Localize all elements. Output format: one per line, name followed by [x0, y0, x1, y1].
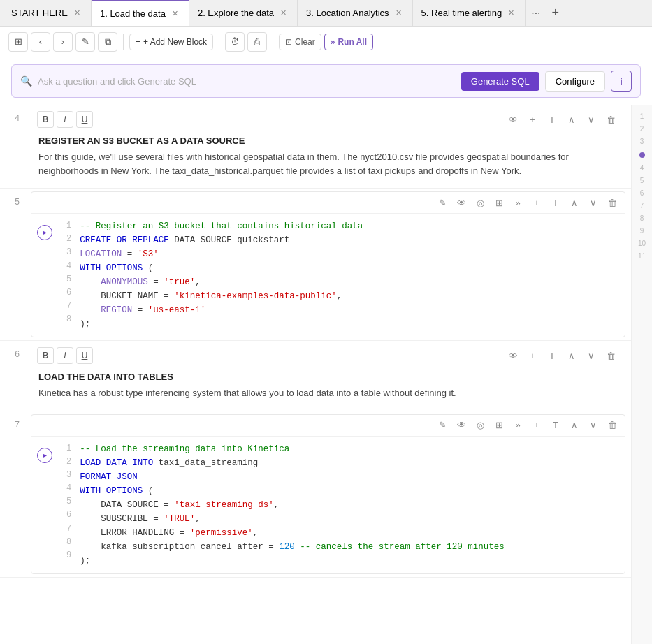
- tab-realtime-close[interactable]: ✕: [506, 8, 516, 18]
- cell7-down-icon[interactable]: ∨: [585, 417, 602, 434]
- cell5-delete-icon[interactable]: 🗑: [604, 194, 621, 211]
- cell5-eye-icon[interactable]: 👁: [453, 194, 470, 211]
- text-cell-6-toolbar: B I U 👁 + T ∧ ∨ 🗑: [31, 344, 625, 367]
- ruler-num-9: 9: [640, 228, 644, 235]
- cell6-up-icon[interactable]: ∧: [563, 347, 580, 364]
- cell5-expand-icon[interactable]: »: [509, 194, 526, 211]
- underline-button-6[interactable]: U: [76, 347, 93, 364]
- copy-button[interactable]: ⧉: [98, 32, 117, 52]
- move-up-icon[interactable]: ∧: [563, 111, 580, 128]
- tab-load-close[interactable]: ✕: [170, 8, 180, 19]
- plus-icon[interactable]: +: [524, 111, 541, 128]
- eye-icon[interactable]: 👁: [505, 111, 521, 128]
- clock-button[interactable]: ⏱: [225, 32, 245, 52]
- text-icon[interactable]: T: [544, 111, 560, 128]
- cell-7-content: ✎ 👁 ◎ ⊞ » + T ∧ ∨ 🗑 ▶: [25, 411, 631, 577]
- tab-location-label: 3. Location Analytics: [306, 8, 389, 18]
- italic-button[interactable]: I: [57, 111, 73, 128]
- clock-icon: ⏱: [231, 36, 240, 47]
- cell6-text-icon[interactable]: T: [544, 347, 560, 364]
- run-all-button[interactable]: » Run All: [324, 34, 373, 50]
- forward-icon: ›: [61, 36, 64, 47]
- cell5-down-icon[interactable]: ∨: [585, 194, 602, 211]
- tab-add-button[interactable]: +: [546, 6, 565, 20]
- cell7-pencil-icon[interactable]: ✎: [434, 417, 451, 434]
- print-button[interactable]: ⎙: [247, 32, 267, 52]
- main-content-wrapper: 4 B I U 👁 + T ∧ ∨: [0, 105, 652, 644]
- cell5-run-button[interactable]: ▶: [31, 219, 58, 331]
- cell-5-content: ✎ 👁 ◎ ⊞ » + T ∧ ∨ 🗑 ▶: [25, 189, 631, 340]
- add-icon: +: [136, 37, 140, 47]
- tab-realtime[interactable]: 5. Real time alerting ✕: [413, 0, 526, 26]
- text-cell-4-format-btns: B I U: [37, 111, 93, 128]
- tab-explore-label: 2. Explore the data: [198, 8, 274, 18]
- cell7-run-button[interactable]: ▶: [31, 442, 58, 568]
- cell5-code[interactable]: -- Register an S3 bucket that contains h…: [80, 219, 625, 331]
- cell7-eye-icon[interactable]: 👁: [453, 417, 470, 434]
- toolbar: ⊞ ‹ › ✎ ⧉ + + Add New Block ⏱ ⎙ ⊡ Clear …: [0, 27, 652, 57]
- cell7-pin-icon[interactable]: ◎: [472, 417, 488, 434]
- clear-label: Clear: [295, 37, 315, 47]
- cell5-plus-icon[interactable]: +: [528, 194, 545, 211]
- tab-load[interactable]: 1. Load the data ✕: [92, 0, 189, 26]
- grid-view-button[interactable]: ⊞: [8, 32, 28, 52]
- cell5-pin-icon[interactable]: ◎: [472, 194, 488, 211]
- edit-button[interactable]: ✎: [75, 32, 95, 52]
- ruler-dot-4: [639, 152, 645, 158]
- bold-button[interactable]: B: [37, 111, 54, 128]
- cell7-expand-icon[interactable]: »: [509, 417, 526, 434]
- code-cell-7-area: ▶ 123456789 -- Load the streaming data i…: [31, 437, 625, 573]
- cell7-up-icon[interactable]: ∧: [566, 417, 583, 434]
- cell5-grid-icon[interactable]: ⊞: [491, 194, 507, 211]
- ai-input[interactable]: [38, 76, 456, 87]
- text-cell-6-format-btns: B I U: [37, 347, 93, 364]
- copy-icon: ⧉: [105, 36, 111, 47]
- delete-icon[interactable]: 🗑: [602, 111, 619, 128]
- back-button[interactable]: ‹: [31, 32, 50, 52]
- tab-start-close[interactable]: ✕: [72, 8, 82, 18]
- text-cell-6-actions: 👁 + T ∧ ∨ 🗑: [505, 347, 619, 364]
- cell6-delete-icon[interactable]: 🗑: [602, 347, 619, 364]
- cell6-eye-icon[interactable]: 👁: [505, 347, 521, 364]
- underline-button[interactable]: U: [76, 111, 93, 128]
- ruler-num-8: 8: [640, 215, 644, 222]
- clear-button[interactable]: ⊡ Clear: [279, 34, 321, 50]
- tab-explore-close[interactable]: ✕: [278, 8, 289, 18]
- configure-button[interactable]: Configure: [545, 71, 605, 92]
- info-button[interactable]: i: [611, 71, 632, 92]
- tab-realtime-label: 5. Real time alerting: [421, 8, 502, 18]
- cell7-plus-icon[interactable]: +: [528, 417, 545, 434]
- generate-sql-button[interactable]: Generate SQL: [461, 72, 539, 91]
- cell6-plus-icon[interactable]: +: [524, 347, 541, 364]
- tab-explore[interactable]: 2. Explore the data ✕: [189, 0, 298, 26]
- cell7-code[interactable]: -- Load the streaming data into Kinetica…: [80, 442, 625, 568]
- move-down-icon[interactable]: ∨: [583, 111, 600, 128]
- clear-icon: ⊡: [285, 37, 292, 47]
- ruler-num-6: 6: [640, 190, 644, 197]
- cell7-play-icon: ▶: [37, 448, 52, 463]
- tabs-more-button[interactable]: ···: [526, 7, 546, 20]
- forward-button[interactable]: ›: [53, 32, 73, 52]
- cell-5-block: 5 ✎ 👁 ◎ ⊞ » + T ∧ ∨ 🗑: [0, 189, 631, 341]
- cell5-up-icon[interactable]: ∧: [566, 194, 583, 211]
- bold-button-6[interactable]: B: [37, 347, 54, 364]
- tab-location-close[interactable]: ✕: [393, 8, 404, 18]
- info-icon: i: [620, 76, 623, 87]
- tab-start[interactable]: START HERE ✕: [3, 0, 92, 26]
- cell6-down-icon[interactable]: ∨: [583, 347, 600, 364]
- cell-7-number: 7: [0, 411, 25, 577]
- run-all-label: Run All: [338, 37, 367, 47]
- cell-4-paragraph: For this guide, we'll use several files …: [38, 150, 618, 177]
- ruler-num-10: 10: [638, 240, 646, 247]
- add-new-block-button[interactable]: + + Add New Block: [129, 34, 213, 50]
- cell-4-content: B I U 👁 + T ∧ ∨ 🗑: [25, 105, 631, 188]
- cell7-delete-icon[interactable]: 🗑: [604, 417, 621, 434]
- edit-icon: ✎: [82, 36, 89, 47]
- cell7-text-icon[interactable]: T: [547, 417, 564, 434]
- tab-location[interactable]: 3. Location Analytics ✕: [298, 0, 413, 26]
- cell5-pencil-icon[interactable]: ✎: [434, 194, 451, 211]
- cell5-text-icon[interactable]: T: [547, 194, 564, 211]
- italic-button-6[interactable]: I: [57, 347, 73, 364]
- divider-1: [123, 34, 124, 50]
- cell7-grid-icon[interactable]: ⊞: [491, 417, 507, 434]
